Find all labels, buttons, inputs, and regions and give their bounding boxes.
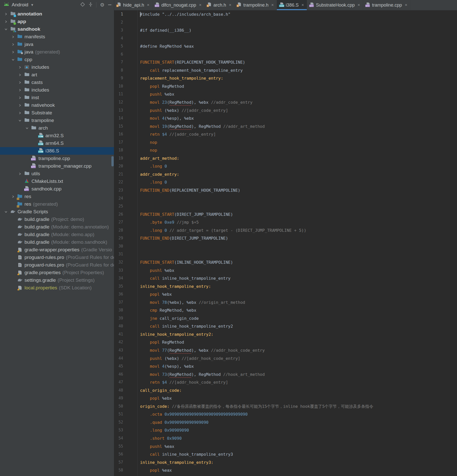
code-line-36[interactable]: 36 popl %ebx bbox=[114, 290, 457, 298]
close-icon[interactable]: × bbox=[199, 3, 201, 8]
code-line-29[interactable]: 29FUNCTION_END(DIRECT_JUMP_TRAMPOLINE) bbox=[114, 234, 457, 242]
tab-hide_api.h[interactable]: Hhide_api.h× bbox=[114, 0, 153, 10]
code-line-15[interactable]: 15 movl 19(RegMethod), RegMethod //addr_… bbox=[114, 122, 457, 131]
tree-item-settings.gradle[interactable]: settings.gradle(Project Settings) bbox=[0, 276, 114, 284]
code-line-43[interactable]: 43 movl 77(RegMethod), %ebx //addr_hook_… bbox=[114, 346, 457, 355]
code-line-44[interactable]: 44 pushl (%ebx) //[addr_hook_code_entry] bbox=[114, 355, 457, 363]
code-line-54[interactable]: 54 .short 0x9090 bbox=[114, 434, 457, 443]
code-line-53[interactable]: 53 .long 0x90909090 bbox=[114, 426, 457, 434]
code-line-1[interactable]: 1#include "../../includes/arch_base.h" bbox=[114, 10, 457, 19]
code-editor[interactable]: 1#include "../../includes/arch_base.h"23… bbox=[114, 10, 457, 476]
code-line-8[interactable]: 8 call replacement_hook_trampoline_entry bbox=[114, 66, 457, 75]
code-line-2[interactable]: 2 bbox=[114, 19, 457, 27]
code-line-27[interactable]: 27 .byte 0xe9 //jmp $+5 bbox=[114, 218, 457, 226]
chevron-right-icon[interactable] bbox=[19, 172, 24, 175]
chevron-down-icon[interactable] bbox=[19, 119, 24, 122]
code-line-56[interactable]: 56 call inline_hook_trampoline_entry3 bbox=[114, 450, 457, 459]
chevron-right-icon[interactable] bbox=[19, 66, 24, 69]
code-line-35[interactable]: 35inline_hook_trampoline_entry: bbox=[114, 283, 457, 291]
tree-item-sandhook.cpp[interactable]: C++sandhook.cpp bbox=[0, 185, 114, 193]
chevron-right-icon[interactable] bbox=[12, 36, 17, 38]
tree-item-build.gradle[interactable]: build.gradle(Module: demo.annotation) bbox=[0, 223, 114, 231]
code-line-37[interactable]: 37 movl 78(%ebx), %ebx //origin_art_meth… bbox=[114, 298, 457, 307]
code-line-22[interactable]: 22 .long 0 bbox=[114, 178, 457, 186]
code-line-10[interactable]: 10 popl RegMethod bbox=[114, 82, 457, 91]
tree-item-app[interactable]: app bbox=[0, 18, 114, 25]
code-line-48[interactable]: 48call_origin_code: bbox=[114, 386, 457, 395]
hide-panel-icon[interactable] bbox=[108, 5, 111, 5]
code-line-32[interactable]: 32FUNCTION_START(INLINE_HOOK_TRAMPOLINE) bbox=[114, 258, 457, 267]
tree-item-arm64.S[interactable]: ASMarm64.S bbox=[0, 139, 114, 147]
code-line-38[interactable]: 38 cmp RegMethod, %ebx bbox=[114, 306, 457, 314]
chevron-right-icon[interactable] bbox=[19, 112, 24, 114]
chevron-down-icon[interactable] bbox=[5, 28, 10, 31]
code-line-34[interactable]: 34 call inline_hook_trampoline_entry bbox=[114, 274, 457, 283]
chevron-right-icon[interactable] bbox=[19, 89, 24, 92]
tab-SubstrateHook.cpp[interactable]: C++SubstrateHook.cpp× bbox=[307, 0, 363, 10]
code-line-42[interactable]: 42 popl RegMethod bbox=[114, 338, 457, 346]
tree-item-build.gradle[interactable]: build.gradle(Project: demo) bbox=[0, 216, 114, 223]
close-icon[interactable]: × bbox=[229, 3, 231, 8]
code-line-3[interactable]: 3#if defined(__i386__) bbox=[114, 26, 457, 34]
project-scrollbar-thumb[interactable] bbox=[111, 156, 114, 166]
tree-item-includes[interactable]: includes bbox=[0, 86, 114, 94]
code-line-40[interactable]: 40 call inline_hook_trampoline_entry2 bbox=[114, 322, 457, 330]
chevron-right-icon[interactable] bbox=[5, 20, 10, 23]
locate-file-icon[interactable] bbox=[80, 2, 85, 8]
dropdown-caret-icon[interactable]: ▼ bbox=[31, 3, 34, 7]
code-line-59[interactable]: 59 movl 14(%eax), //addr_origin_code_ent… bbox=[114, 474, 457, 476]
tab-i386.S[interactable]: ASMi386.S× bbox=[277, 0, 307, 10]
collapse-all-icon[interactable] bbox=[89, 2, 93, 8]
tree-item-gradle-wrapper.properties[interactable]: gradle-wrapper.properties(Gradle Versio bbox=[0, 246, 114, 254]
tree-item-trampoline[interactable]: trampoline bbox=[0, 117, 114, 124]
code-line-7[interactable]: 7FUNCTION_START(REPLACEMENT_HOOK_TRAMPOL… bbox=[114, 58, 457, 66]
chevron-down-icon[interactable] bbox=[26, 127, 31, 130]
tree-item-trampoline_manager.cpp[interactable]: C++trampoline_manager.cpp bbox=[0, 162, 114, 170]
tree-item-includes[interactable]: includes bbox=[0, 63, 114, 71]
tree-item-proguard-rules.pro[interactable]: proguard-rules.pro(ProGuard Rules for de bbox=[0, 261, 114, 269]
code-line-47[interactable]: 47 retn $4 //[addr_hook_code_entry] bbox=[114, 378, 457, 386]
code-line-16[interactable]: 16 retn $4 //[addr_code_entry] bbox=[114, 130, 457, 138]
chevron-right-icon[interactable] bbox=[5, 13, 10, 15]
code-line-6[interactable]: 6 bbox=[114, 50, 457, 59]
tree-item-local.properties[interactable]: local.properties(SDK Location) bbox=[0, 284, 114, 292]
chevron-down-icon[interactable] bbox=[5, 210, 10, 213]
close-icon[interactable]: × bbox=[271, 3, 274, 8]
tree-item-proguard-rules.pro[interactable]: proguard-rules.pro(ProGuard Rules for de bbox=[0, 254, 114, 261]
project-view-selector[interactable]: Android bbox=[12, 2, 28, 8]
code-line-9[interactable]: 9replacement_hook_trampoline_entry: bbox=[114, 74, 457, 82]
chevron-right-icon[interactable] bbox=[12, 51, 17, 54]
tree-item-utils[interactable]: utils bbox=[0, 170, 114, 178]
code-line-25[interactable]: 25 bbox=[114, 202, 457, 210]
code-line-49[interactable]: 49 popl %ebx bbox=[114, 394, 457, 402]
chevron-right-icon[interactable] bbox=[19, 104, 24, 107]
tab-trampoline.h[interactable]: Htrampoline.h× bbox=[234, 0, 277, 10]
code-line-31[interactable]: 31 bbox=[114, 250, 457, 258]
tree-item-Substrate[interactable]: Substrate bbox=[0, 109, 114, 117]
close-icon[interactable]: × bbox=[147, 3, 149, 8]
code-line-58[interactable]: 58 popl %eax bbox=[114, 466, 457, 474]
tree-item-art[interactable]: art bbox=[0, 71, 114, 79]
chevron-right-icon[interactable] bbox=[19, 81, 24, 84]
code-line-41[interactable]: 41inline_hook_trampoline_entry2: bbox=[114, 330, 457, 339]
code-line-12[interactable]: 12 movl 23(RegMethod), %ebx //addr_code_… bbox=[114, 98, 457, 107]
tree-item-Gradle-Scripts[interactable]: Gradle Scripts bbox=[0, 208, 114, 216]
code-line-26[interactable]: 26FUNCTION_START(DIRECT_JUMP_TRAMPOLINE) bbox=[114, 210, 457, 219]
tab-dlfcn_nougat.cpp[interactable]: C++dlfcn_nougat.cpp× bbox=[153, 0, 205, 10]
code-line-52[interactable]: 52 .quad 0x9090909090909090 bbox=[114, 418, 457, 427]
tree-item-arch[interactable]: arch bbox=[0, 124, 114, 132]
code-line-39[interactable]: 39 jne call_origin_code bbox=[114, 314, 457, 323]
code-line-13[interactable]: 13 pushl (%ebx) //[addr_code_entry] bbox=[114, 107, 457, 115]
code-line-18[interactable]: 18 nop bbox=[114, 146, 457, 154]
code-line-57[interactable]: 57inline_hook_trampoline_entry3: bbox=[114, 459, 457, 467]
close-icon[interactable]: × bbox=[301, 3, 304, 8]
tree-item-casts[interactable]: casts bbox=[0, 79, 114, 86]
tree-item-arm32.S[interactable]: ASMarm32.S bbox=[0, 132, 114, 139]
code-line-50[interactable]: 50origin_code: //备份原函数被覆盖的指令，每条指令最长可能为15… bbox=[114, 402, 457, 411]
tree-item-manifests[interactable]: manifests bbox=[0, 33, 114, 41]
code-line-11[interactable]: 11 pushl %ebx bbox=[114, 90, 457, 98]
tree-item-cpp[interactable]: cpp bbox=[0, 56, 114, 63]
tree-item-CMakeLists.txt[interactable]: CMakeLists.txt bbox=[0, 178, 114, 185]
tab-arch.h[interactable]: Harch.h× bbox=[205, 0, 234, 10]
code-line-21[interactable]: 21addr_code_entry: bbox=[114, 170, 457, 179]
